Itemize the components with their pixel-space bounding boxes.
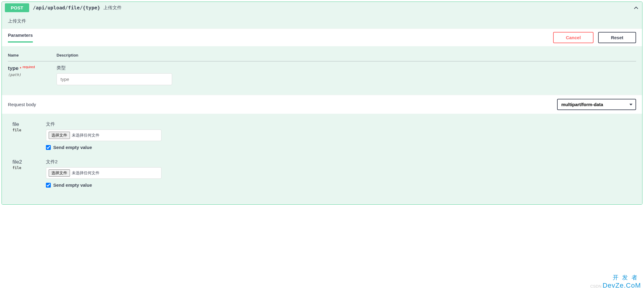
col-name: Name xyxy=(8,49,57,61)
endpoint-summary: 上传文件 xyxy=(103,5,122,11)
cancel-button[interactable]: Cancel xyxy=(553,32,594,43)
parameters-section: Name Description type * required (path) xyxy=(2,46,642,95)
body-param-type: file xyxy=(12,128,46,132)
required-label: required xyxy=(23,65,35,69)
choose-file-button[interactable]: 选择文件 xyxy=(49,169,70,177)
param-name: type xyxy=(8,65,19,71)
opblock-post: POST /api/upload/file/{type} 上传文件 上传文件 P… xyxy=(2,2,642,205)
reset-button[interactable]: Reset xyxy=(598,32,636,43)
body-params: file file 文件 选择文件 未选择任何文件 Send empty val… xyxy=(2,114,642,204)
param-input-type[interactable] xyxy=(57,73,172,85)
request-body-title: Request body xyxy=(8,102,36,107)
body-param-description: 文件 xyxy=(46,121,161,127)
choose-file-button[interactable]: 选择文件 xyxy=(49,132,70,139)
send-empty-row[interactable]: Send empty value xyxy=(46,145,161,150)
required-star-icon: * xyxy=(20,66,21,71)
col-description: Description xyxy=(57,49,636,61)
body-param-row: file file 文件 选择文件 未选择任何文件 Send empty val… xyxy=(12,121,632,150)
method-badge: POST xyxy=(5,3,29,12)
parameters-tab[interactable]: Parameters xyxy=(8,33,33,43)
file-input[interactable]: 选择文件 未选择任何文件 xyxy=(46,130,161,141)
endpoint-path: /api/upload/file/{type} xyxy=(33,5,100,11)
body-param-name: file xyxy=(12,121,46,127)
opblock-description: 上传文件 xyxy=(2,14,642,29)
body-param-type: file xyxy=(12,166,46,170)
parameters-header: Parameters Cancel Reset xyxy=(2,29,642,46)
file-input[interactable]: 选择文件 未选择任何文件 xyxy=(46,167,161,179)
param-row: type * required (path) 类型 xyxy=(8,61,636,89)
param-description: 类型 xyxy=(57,65,636,71)
body-param-name: file2 xyxy=(12,159,46,165)
chevron-up-icon[interactable] xyxy=(633,5,639,11)
body-param-description: 文件2 xyxy=(46,159,161,165)
parameters-table: Name Description type * required (path) xyxy=(8,49,636,89)
send-empty-label: Send empty value xyxy=(53,182,92,188)
opblock-body: 上传文件 Parameters Cancel Reset Name Descri… xyxy=(2,14,642,204)
body-param-row: file2 file 文件2 选择文件 未选择任何文件 Send empty v… xyxy=(12,159,632,188)
param-in: (path) xyxy=(8,73,57,77)
send-empty-row[interactable]: Send empty value xyxy=(46,182,161,188)
send-empty-checkbox[interactable] xyxy=(46,145,51,150)
file-status: 未选择任何文件 xyxy=(72,133,99,138)
opblock-summary[interactable]: POST /api/upload/file/{type} 上传文件 xyxy=(2,2,642,14)
send-empty-checkbox[interactable] xyxy=(46,183,51,188)
send-empty-label: Send empty value xyxy=(53,145,92,150)
file-status: 未选择任何文件 xyxy=(72,170,99,176)
request-body-header: Request body multipart/form-data xyxy=(2,95,642,114)
content-type-select[interactable]: multipart/form-data xyxy=(557,99,636,110)
